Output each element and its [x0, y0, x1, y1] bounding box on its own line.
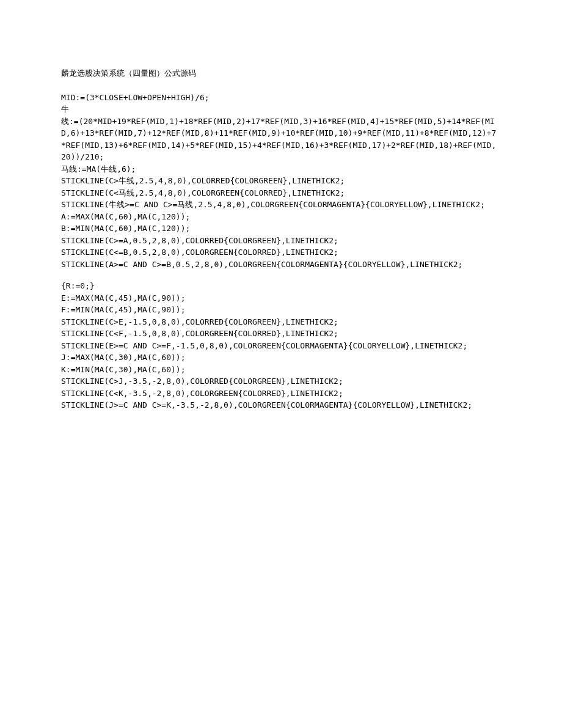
code-block-2: {R:=0;} E:=MAX(MA(C,45),MA(C,90)); F:=MI…	[61, 280, 501, 411]
document-title: 麟龙选股决策系统（四量图）公式源码	[61, 67, 501, 79]
code-block-1: MID:=(3*CLOSE+LOW+OPEN+HIGH)/6; 牛 线:=(20…	[61, 92, 501, 271]
